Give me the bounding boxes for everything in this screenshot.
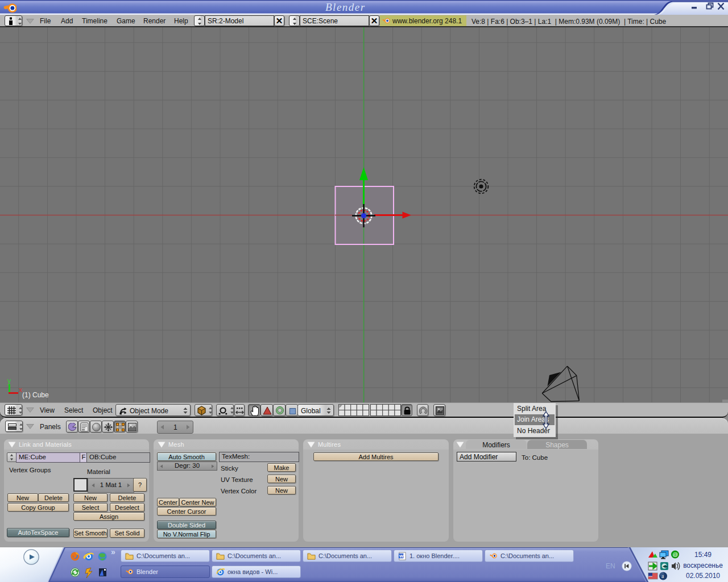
svg-text:◂▸: ◂▸ [662,563,668,569]
svg-text:(1) Cube: (1) Cube [22,391,49,399]
svg-text:@: @ [673,551,679,558]
svg-text:y: y [7,377,11,385]
svg-text:a: a [661,573,664,579]
svg-text:W: W [399,554,404,559]
